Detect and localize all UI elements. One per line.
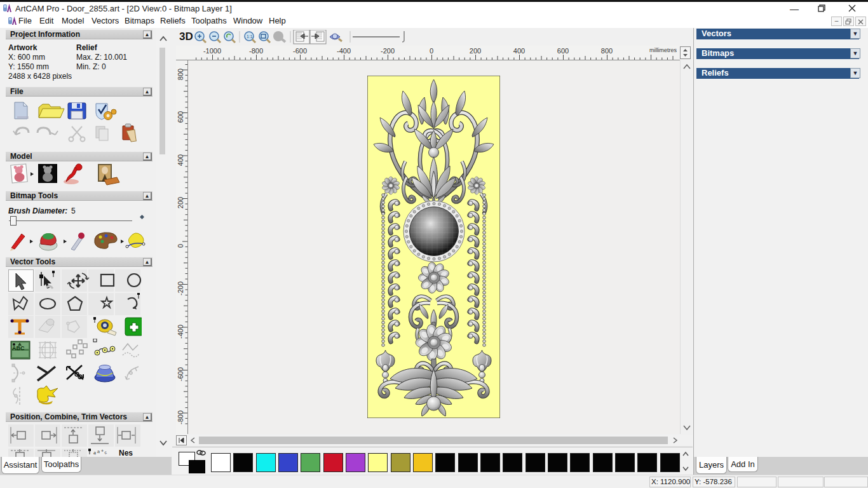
svg-text:600: 600 — [557, 47, 569, 55]
svg-text:-600: -600 — [293, 47, 307, 55]
svg-text:c: c — [104, 450, 108, 455]
svg-text:Nes: Nes — [119, 449, 133, 457]
svg-text:-800: -800 — [249, 47, 263, 55]
svg-text:400: 400 — [177, 154, 184, 166]
svg-text:800: 800 — [601, 47, 613, 55]
svg-text:+: + — [101, 449, 104, 453]
svg-text:-400: -400 — [337, 47, 351, 55]
svg-text:a: a — [97, 449, 100, 454]
svg-text:-1000: -1000 — [203, 47, 221, 55]
svg-text:millimetres: millimetres — [649, 47, 677, 53]
svg-text:0: 0 — [177, 244, 184, 248]
svg-text:200: 200 — [470, 47, 481, 55]
svg-text:-200: -200 — [381, 47, 395, 55]
svg-text:800: 800 — [177, 69, 184, 80]
svg-text:ABC: ABC — [12, 345, 25, 351]
svg-text:-600: -600 — [177, 367, 184, 381]
svg-text:-800: -800 — [177, 410, 184, 424]
svg-text:400: 400 — [513, 47, 525, 55]
svg-text:0: 0 — [430, 47, 433, 55]
svg-text:1:1: 1:1 — [247, 34, 253, 39]
svg-text:-200: -200 — [177, 281, 184, 295]
svg-text:-400: -400 — [177, 325, 184, 339]
svg-text:a: a — [93, 451, 97, 456]
